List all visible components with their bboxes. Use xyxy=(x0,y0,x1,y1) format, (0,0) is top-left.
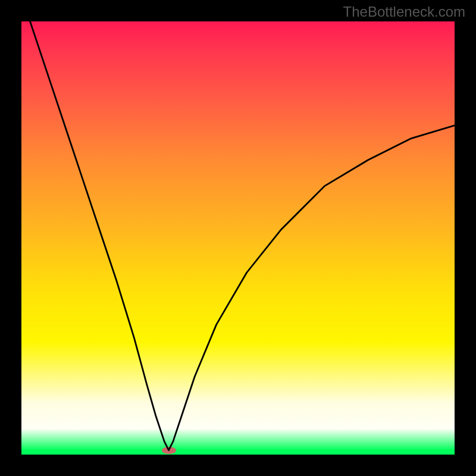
bottleneck-curve xyxy=(30,21,455,450)
plot-area xyxy=(21,21,455,455)
chart-container: TheBottleneck.com xyxy=(0,0,476,476)
watermark-text: TheBottleneck.com xyxy=(343,4,465,20)
curve-svg xyxy=(21,21,455,455)
